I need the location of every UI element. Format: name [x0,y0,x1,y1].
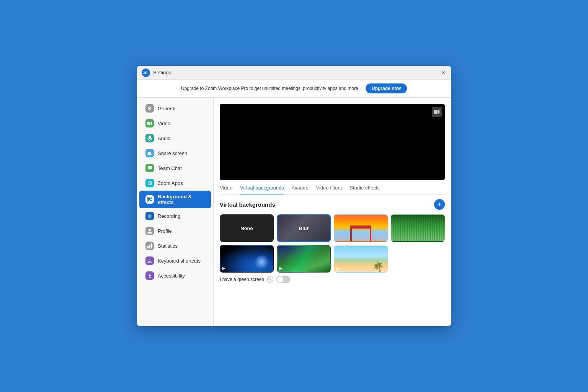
sidebar-item-team-chat[interactable]: Team Chat [139,161,211,175]
bg-aurora-item[interactable]: ▶ [277,245,331,273]
virtual-backgrounds-section: Virtual backgrounds + None Blur [220,199,445,320]
statistics-icon [145,242,154,250]
svg-rect-2 [149,136,151,139]
sidebar-label-accessibility: Accessibility [158,273,185,279]
share-screen-icon [145,149,154,157]
svg-rect-0 [147,122,150,125]
sidebar-item-background-effects[interactable]: Background & effects [139,191,211,208]
svg-marker-1 [151,121,152,125]
camera-toggle-icon[interactable] [432,107,442,117]
content-area: Video Virtual backgrounds Avatars Video … [214,98,451,326]
tab-virtual-backgrounds[interactable]: Virtual backgrounds [240,185,284,194]
sidebar-item-video[interactable]: Video [139,116,211,131]
green-screen-toggle[interactable] [276,276,290,283]
svg-rect-23 [151,243,152,248]
sidebar-item-general[interactable]: ⚙ General [139,101,211,116]
settings-window: zm Settings ✕ Upgrade to Zoom Workplace … [137,66,451,326]
title-bar: zm Settings ✕ [137,66,451,80]
bg-grass-item[interactable] [391,214,445,242]
close-button[interactable]: ✕ [440,70,446,76]
sidebar-label-profile: Profile [158,228,172,234]
sidebar-label-recording: Recording [158,213,180,219]
add-background-button[interactable]: + [434,199,445,210]
sidebar-label-team-chat: Team Chat [158,165,182,171]
sidebar-label-general: General [158,106,175,111]
window-title: Settings [153,70,440,75]
section-title: Virtual backgrounds [220,201,275,208]
svg-point-20 [149,229,151,231]
green-screen-row: I have a green screen ? [220,273,445,283]
svg-rect-25 [148,260,149,260]
bg-golden-gate-item[interactable] [334,214,388,242]
svg-point-19 [149,216,150,216]
bg-none-item[interactable]: None [220,214,274,242]
main-content: ⚙ General Video [137,98,451,326]
sidebar: ⚙ General Video [137,98,214,326]
svg-point-31 [149,273,150,274]
sidebar-item-keyboard-shortcuts[interactable]: Keyboard shortcuts [139,253,211,268]
svg-rect-30 [150,261,151,262]
tab-avatars[interactable]: Avatars [292,185,309,194]
green-screen-help-icon[interactable]: ? [267,276,273,283]
sidebar-item-share-screen[interactable]: Share screen [139,146,211,160]
sidebar-label-zoom-apps: Zoom Apps [158,180,183,186]
sidebar-item-statistics[interactable]: Statistics [139,238,211,253]
svg-rect-5 [148,152,151,154]
bg-space-item[interactable]: ▶ [220,245,274,273]
svg-rect-13 [148,198,150,200]
svg-rect-26 [149,260,150,260]
svg-marker-37 [438,109,439,114]
svg-rect-36 [434,110,438,114]
bg-beach-item[interactable]: 🌴 ▶ [334,245,388,273]
upgrade-now-button[interactable]: Upgrade now [366,83,407,93]
bg-aurora-video-indicator: ▶ [279,266,283,270]
svg-rect-27 [150,260,151,260]
recording-icon [145,212,154,220]
tab-studio-effects[interactable]: Studio effects [350,185,380,194]
bg-blur-item[interactable]: Blur [277,214,331,242]
tabs-row: Video Virtual backgrounds Avatars Video … [220,185,445,194]
keyboard-icon [145,256,154,265]
video-icon [145,119,154,127]
svg-rect-29 [149,261,150,262]
sidebar-label-keyboard-shortcuts: Keyboard shortcuts [158,258,201,264]
audio-icon [145,134,154,142]
backgrounds-grid: None Blur [220,214,445,273]
svg-rect-28 [148,261,149,262]
sidebar-item-audio[interactable]: Audio [139,131,211,145]
sidebar-item-accessibility[interactable]: Accessibility [139,268,211,283]
section-header: Virtual backgrounds + [220,199,445,210]
bg-space-video-indicator: ▶ [222,266,225,270]
sidebar-item-profile[interactable]: Profile [139,224,211,238]
sidebar-item-zoom-apps[interactable]: Zoom Apps [139,176,211,190]
accessibility-icon [145,271,154,280]
background-effects-icon [145,195,154,204]
svg-rect-21 [147,246,149,248]
svg-rect-16 [150,200,152,201]
sidebar-label-share-screen: Share screen [158,150,187,156]
tab-video-filters[interactable]: Video filters [316,185,342,194]
app-logo: zm [142,69,150,77]
sidebar-label-background-effects: Background & effects [158,194,205,205]
bg-beach-video-indicator: ▶ [336,266,340,270]
upgrade-text: Upgrade to Zoom Workplace Pro to get unl… [181,86,359,91]
gear-icon: ⚙ [145,104,154,113]
svg-line-35 [150,276,151,278]
video-preview [220,104,445,180]
svg-rect-24 [147,259,152,263]
svg-rect-15 [148,200,149,201]
sidebar-label-video: Video [158,121,170,126]
green-screen-label: I have a green screen [220,277,264,282]
bg-blur-label: Blur [299,225,309,231]
profile-icon [145,227,154,235]
team-chat-icon [145,164,154,172]
tab-video[interactable]: Video [220,185,232,194]
svg-rect-22 [149,245,150,248]
zoom-apps-icon [145,179,154,187]
svg-rect-14 [150,198,152,199]
bg-none-label: None [240,225,253,231]
upgrade-banner: Upgrade to Zoom Workplace Pro to get unl… [137,80,451,98]
sidebar-label-audio: Audio [158,136,170,141]
sidebar-item-recording[interactable]: Recording [139,209,211,223]
sidebar-label-statistics: Statistics [158,243,178,249]
